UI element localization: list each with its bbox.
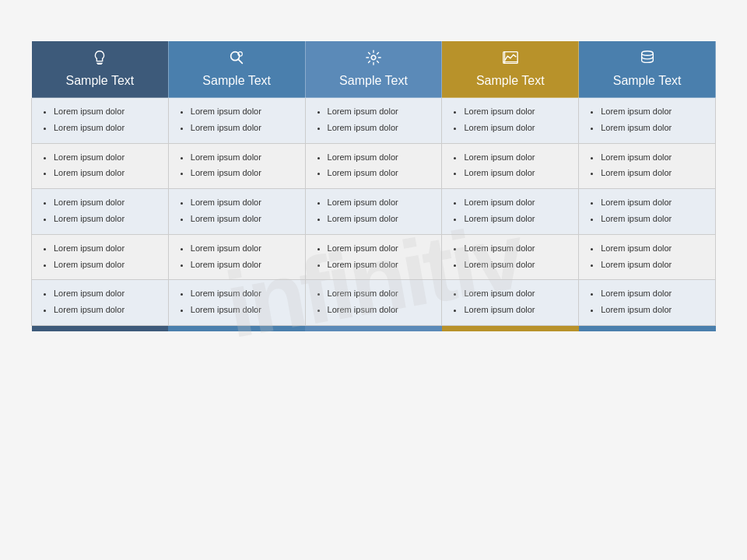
svg-point-8 bbox=[641, 51, 653, 56]
list-item: Lorem ipsum dolor bbox=[54, 212, 160, 227]
data-cell-r5-c1: Lorem ipsum dolorLorem ipsum dolor bbox=[32, 280, 169, 326]
table-row: Lorem ipsum dolorLorem ipsum dolorLorem … bbox=[32, 234, 716, 280]
settings-icon bbox=[312, 49, 436, 70]
footer-cell-2 bbox=[168, 325, 305, 331]
list-item: Lorem ipsum dolor bbox=[191, 257, 297, 273]
slide-container: infinitiv Sample Text Sample Text Sample… bbox=[0, 0, 747, 560]
footer-cell-4 bbox=[442, 325, 579, 331]
list-item: Lorem ipsum dolor bbox=[328, 303, 434, 318]
list-item: Lorem ipsum dolor bbox=[464, 166, 570, 181]
list-item: Lorem ipsum dolor bbox=[328, 166, 434, 181]
data-cell-r5-c4: Lorem ipsum dolorLorem ipsum dolor bbox=[442, 280, 579, 326]
list-item: Lorem ipsum dolor bbox=[601, 150, 707, 166]
list-item: Lorem ipsum dolor bbox=[54, 166, 160, 181]
data-cell-r4-c3: Lorem ipsum dolorLorem ipsum dolor bbox=[305, 234, 442, 280]
list-item: Lorem ipsum dolor bbox=[464, 241, 570, 257]
search-settings-icon bbox=[175, 49, 299, 70]
header-label-4: Sample Text bbox=[476, 74, 545, 87]
list-item: Lorem ipsum dolor bbox=[601, 303, 707, 318]
list-item: Lorem ipsum dolor bbox=[191, 195, 297, 211]
list-item: Lorem ipsum dolor bbox=[328, 241, 434, 257]
footer-cell-1 bbox=[32, 325, 169, 331]
header-label-1: Sample Text bbox=[66, 74, 135, 87]
data-cell-r4-c1: Lorem ipsum dolorLorem ipsum dolor bbox=[32, 234, 169, 280]
list-item: Lorem ipsum dolor bbox=[601, 104, 707, 120]
data-cell-r2-c2: Lorem ipsum dolorLorem ipsum dolor bbox=[168, 143, 305, 189]
table-row: Lorem ipsum dolorLorem ipsum dolorLorem … bbox=[32, 280, 716, 326]
header-label-2: Sample Text bbox=[202, 74, 271, 87]
footer-row bbox=[32, 325, 716, 331]
list-item: Lorem ipsum dolor bbox=[328, 257, 434, 273]
list-item: Lorem ipsum dolor bbox=[601, 195, 707, 211]
data-cell-r3-c5: Lorem ipsum dolorLorem ipsum dolor bbox=[579, 189, 716, 235]
table-row: Lorem ipsum dolorLorem ipsum dolorLorem … bbox=[32, 143, 716, 189]
list-item: Lorem ipsum dolor bbox=[191, 104, 297, 120]
list-item: Lorem ipsum dolor bbox=[464, 195, 570, 211]
header-cell-2: Sample Text bbox=[168, 41, 305, 98]
data-cell-r5-c2: Lorem ipsum dolorLorem ipsum dolor bbox=[168, 280, 305, 326]
list-item: Lorem ipsum dolor bbox=[601, 286, 707, 302]
list-item: Lorem ipsum dolor bbox=[191, 121, 297, 136]
list-item: Lorem ipsum dolor bbox=[54, 303, 160, 318]
list-item: Lorem ipsum dolor bbox=[191, 286, 297, 302]
data-cell-r1-c5: Lorem ipsum dolorLorem ipsum dolor bbox=[579, 98, 716, 144]
header-cell-4: Sample Text bbox=[442, 41, 579, 98]
data-cell-r4-c2: Lorem ipsum dolorLorem ipsum dolor bbox=[168, 234, 305, 280]
header-row: Sample Text Sample Text Sample Text Samp… bbox=[32, 41, 716, 98]
list-item: Lorem ipsum dolor bbox=[464, 257, 570, 273]
lightbulb-icon bbox=[38, 49, 162, 70]
data-cell-r3-c2: Lorem ipsum dolorLorem ipsum dolor bbox=[168, 189, 305, 235]
list-item: Lorem ipsum dolor bbox=[464, 150, 570, 166]
table-row: Lorem ipsum dolorLorem ipsum dolorLorem … bbox=[32, 189, 716, 235]
header-cell-1: Sample Text bbox=[32, 41, 169, 98]
list-item: Lorem ipsum dolor bbox=[54, 241, 160, 257]
header-cell-3: Sample Text bbox=[305, 41, 442, 98]
footer-cell-5 bbox=[579, 325, 716, 331]
data-cell-r1-c3: Lorem ipsum dolorLorem ipsum dolor bbox=[305, 98, 442, 144]
header-label-3: Sample Text bbox=[339, 74, 408, 87]
main-table: Sample Text Sample Text Sample Text Samp… bbox=[31, 40, 716, 331]
data-cell-r3-c4: Lorem ipsum dolorLorem ipsum dolor bbox=[442, 189, 579, 235]
data-cell-r1-c4: Lorem ipsum dolorLorem ipsum dolor bbox=[442, 98, 579, 144]
list-item: Lorem ipsum dolor bbox=[54, 257, 160, 273]
list-item: Lorem ipsum dolor bbox=[54, 286, 160, 302]
data-cell-r5-c5: Lorem ipsum dolorLorem ipsum dolor bbox=[579, 280, 716, 326]
list-item: Lorem ipsum dolor bbox=[191, 150, 297, 166]
data-cell-r5-c3: Lorem ipsum dolorLorem ipsum dolor bbox=[305, 280, 442, 326]
table-row: Lorem ipsum dolorLorem ipsum dolorLorem … bbox=[32, 98, 716, 144]
header-cell-5: Sample Text bbox=[579, 41, 716, 98]
list-item: Lorem ipsum dolor bbox=[601, 212, 707, 227]
list-item: Lorem ipsum dolor bbox=[328, 121, 434, 136]
list-item: Lorem ipsum dolor bbox=[464, 104, 570, 120]
data-cell-r3-c3: Lorem ipsum dolorLorem ipsum dolor bbox=[305, 189, 442, 235]
list-item: Lorem ipsum dolor bbox=[464, 121, 570, 136]
list-item: Lorem ipsum dolor bbox=[601, 166, 707, 181]
list-item: Lorem ipsum dolor bbox=[328, 212, 434, 227]
chart-icon bbox=[448, 49, 572, 70]
database-icon bbox=[585, 49, 709, 70]
data-cell-r2-c1: Lorem ipsum dolorLorem ipsum dolor bbox=[32, 143, 169, 189]
list-item: Lorem ipsum dolor bbox=[328, 150, 434, 166]
list-item: Lorem ipsum dolor bbox=[191, 241, 297, 257]
list-item: Lorem ipsum dolor bbox=[54, 150, 160, 166]
data-cell-r2-c3: Lorem ipsum dolorLorem ipsum dolor bbox=[305, 143, 442, 189]
svg-point-4 bbox=[371, 55, 376, 60]
data-cell-r1-c1: Lorem ipsum dolorLorem ipsum dolor bbox=[32, 98, 169, 144]
list-item: Lorem ipsum dolor bbox=[328, 286, 434, 302]
list-item: Lorem ipsum dolor bbox=[328, 195, 434, 211]
list-item: Lorem ipsum dolor bbox=[54, 121, 160, 136]
data-cell-r4-c4: Lorem ipsum dolorLorem ipsum dolor bbox=[442, 234, 579, 280]
list-item: Lorem ipsum dolor bbox=[54, 104, 160, 120]
list-item: Lorem ipsum dolor bbox=[191, 212, 297, 227]
list-item: Lorem ipsum dolor bbox=[601, 121, 707, 136]
list-item: Lorem ipsum dolor bbox=[601, 257, 707, 273]
list-item: Lorem ipsum dolor bbox=[601, 241, 707, 257]
list-item: Lorem ipsum dolor bbox=[328, 104, 434, 120]
list-item: Lorem ipsum dolor bbox=[464, 286, 570, 302]
list-item: Lorem ipsum dolor bbox=[464, 303, 570, 318]
data-cell-r2-c4: Lorem ipsum dolorLorem ipsum dolor bbox=[442, 143, 579, 189]
list-item: Lorem ipsum dolor bbox=[191, 303, 297, 318]
data-cell-r3-c1: Lorem ipsum dolorLorem ipsum dolor bbox=[32, 189, 169, 235]
svg-line-2 bbox=[238, 59, 242, 63]
footer-cell-3 bbox=[305, 325, 442, 331]
